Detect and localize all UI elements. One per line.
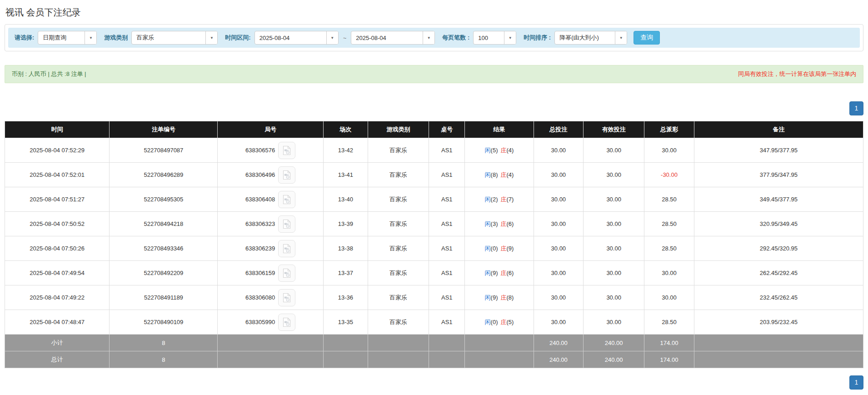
cell-valid-bet: 30.00: [584, 187, 644, 212]
cell-session: 13-38: [323, 236, 368, 261]
chevron-down-icon[interactable]: ▼: [615, 31, 627, 44]
cell-total-bet[interactable]: 30.00: [534, 310, 584, 335]
result-player-label: 闲: [485, 171, 491, 178]
result-player-label: 闲: [485, 245, 491, 252]
subtotal-valid-bet: 240.00: [584, 335, 644, 351]
video-replay-button[interactable]: [278, 265, 295, 282]
cell-round-id: 638306239: [218, 236, 323, 261]
cell-total-bet[interactable]: 30.00: [534, 212, 584, 236]
table-row: 2025-08-04 07:49:54 522708492209 6383061…: [5, 261, 863, 285]
result-player-label: 闲: [485, 319, 491, 325]
filter-panel: 请选择: 日期查询 ▼ 游戏类别 百家乐 ▼ 时间区间: 2025-08-04 …: [5, 24, 863, 51]
date-from-select[interactable]: 2025-08-04 ▼: [254, 31, 339, 45]
cell-round-id: 638306576: [218, 138, 323, 163]
video-replay-button[interactable]: [278, 215, 295, 233]
query-type-select[interactable]: 日期查询 ▼: [38, 31, 97, 45]
cell-bet-id: 522708497087: [110, 138, 218, 163]
date-to-select[interactable]: 2025-08-04 ▼: [351, 31, 435, 45]
video-replay-button[interactable]: [278, 289, 295, 306]
video-replay-button[interactable]: [278, 142, 295, 159]
cell-bet-id: 522708496289: [110, 163, 218, 187]
result-player-label: 闲: [485, 147, 491, 154]
video-file-icon: [281, 243, 292, 254]
video-replay-button[interactable]: [278, 191, 295, 208]
cell-session: 13-36: [323, 285, 368, 310]
video-replay-button[interactable]: [278, 314, 295, 331]
result-banker-label: 庄: [501, 147, 507, 154]
col-session: 场次: [323, 121, 368, 138]
cell-total-bet[interactable]: 30.00: [534, 138, 584, 163]
result-player-label: 闲: [485, 294, 491, 301]
chevron-down-icon[interactable]: ▼: [423, 31, 434, 44]
table-row: 2025-08-04 07:50:52 522708494218 6383063…: [5, 212, 863, 236]
cell-payout: -30.00: [644, 163, 694, 187]
col-remark: 备注: [694, 121, 863, 138]
subtotal-count: 8: [110, 335, 218, 351]
game-type-select[interactable]: 百家乐 ▼: [131, 31, 218, 45]
cell-total-bet[interactable]: 30.00: [534, 261, 584, 285]
cell-round-id: 638306408: [218, 187, 323, 212]
cell-round-id: 638305990: [218, 310, 323, 335]
page-button-1[interactable]: 1: [849, 101, 863, 115]
cell-round-id: 638306080: [218, 285, 323, 310]
cell-total-bet[interactable]: 30.00: [534, 236, 584, 261]
cell-time: 2025-08-04 07:52:01: [5, 163, 110, 187]
chevron-down-icon[interactable]: ▼: [85, 31, 96, 44]
cell-table-no: AS1: [429, 310, 465, 335]
cell-round-id: 638306496: [218, 163, 323, 187]
filter-bar: 请选择: 日期查询 ▼ 游戏类别 百家乐 ▼ 时间区间: 2025-08-04 …: [8, 28, 860, 48]
round-number: 638306323: [245, 220, 275, 227]
cell-result: 闲(3)庄(6): [465, 212, 534, 236]
cell-valid-bet: 30.00: [584, 163, 644, 187]
result-player-score: (0): [491, 245, 498, 252]
sort-order-select[interactable]: 降幂(由大到小) ▼: [554, 31, 627, 45]
cell-remark: 377.95/347.95: [694, 163, 863, 187]
cell-table-no: AS1: [429, 212, 465, 236]
result-player-score: (9): [491, 294, 498, 301]
result-banker-label: 庄: [501, 171, 507, 178]
video-replay-button[interactable]: [278, 166, 295, 184]
cell-payout: 30.00: [644, 285, 694, 310]
video-file-icon: [281, 268, 292, 279]
search-button[interactable]: 查询: [634, 31, 660, 45]
page-button-1[interactable]: 1: [849, 375, 863, 390]
round-number: 638306496: [245, 171, 275, 178]
table-header-row: 时间 注单编号 局号 场次 游戏类别 桌号 结果 总投注 有效投注 总派彩 备注: [5, 121, 863, 138]
pagination-bottom: 1: [5, 375, 863, 390]
table-row: 2025-08-04 07:48:47 522708490109 6383059…: [5, 310, 863, 335]
page-size-select[interactable]: 100 ▼: [473, 31, 516, 45]
col-game-type: 游戏类别: [368, 121, 429, 138]
cell-time: 2025-08-04 07:51:27: [5, 187, 110, 212]
cell-table-no: AS1: [429, 138, 465, 163]
chevron-down-icon[interactable]: ▼: [326, 31, 338, 44]
col-valid-bet: 有效投注: [584, 121, 644, 138]
cell-result: 闲(8)庄(4): [465, 163, 534, 187]
table-body: 2025-08-04 07:52:29 522708497087 6383065…: [5, 138, 863, 335]
video-replay-button[interactable]: [278, 240, 295, 257]
video-file-icon: [281, 219, 292, 230]
col-payout: 总派彩: [644, 121, 694, 138]
cell-session: 13-41: [323, 163, 368, 187]
sort-order-value: 降幂(由大到小): [555, 31, 615, 44]
cell-remark: 320.95/349.45: [694, 212, 863, 236]
subtotal-payout: 174.00: [644, 335, 694, 351]
date-to-value: 2025-08-04: [351, 31, 423, 44]
result-player-label: 闲: [485, 270, 491, 276]
col-time: 时间: [5, 121, 110, 138]
subtotal-row: 小计 8 240.00 240.00 174.00: [5, 335, 863, 351]
cell-result: 闲(0)庄(5): [465, 310, 534, 335]
cell-valid-bet: 30.00: [584, 212, 644, 236]
valid-bet-notice: 同局有效投注，统一计算在该局第一张注单内: [738, 70, 856, 78]
cell-total-bet[interactable]: 30.00: [534, 163, 584, 187]
page-size-value: 100: [474, 31, 504, 44]
cell-time: 2025-08-04 07:50:26: [5, 236, 110, 261]
cell-session: 13-37: [323, 261, 368, 285]
cell-valid-bet: 30.00: [584, 261, 644, 285]
cell-bet-id: 522708495305: [110, 187, 218, 212]
round-number: 638306080: [245, 294, 275, 301]
cell-total-bet[interactable]: 30.00: [534, 285, 584, 310]
chevron-down-icon[interactable]: ▼: [504, 31, 516, 44]
cell-total-bet[interactable]: 30.00: [534, 187, 584, 212]
chevron-down-icon[interactable]: ▼: [205, 31, 217, 44]
result-banker-label: 庄: [501, 220, 507, 227]
